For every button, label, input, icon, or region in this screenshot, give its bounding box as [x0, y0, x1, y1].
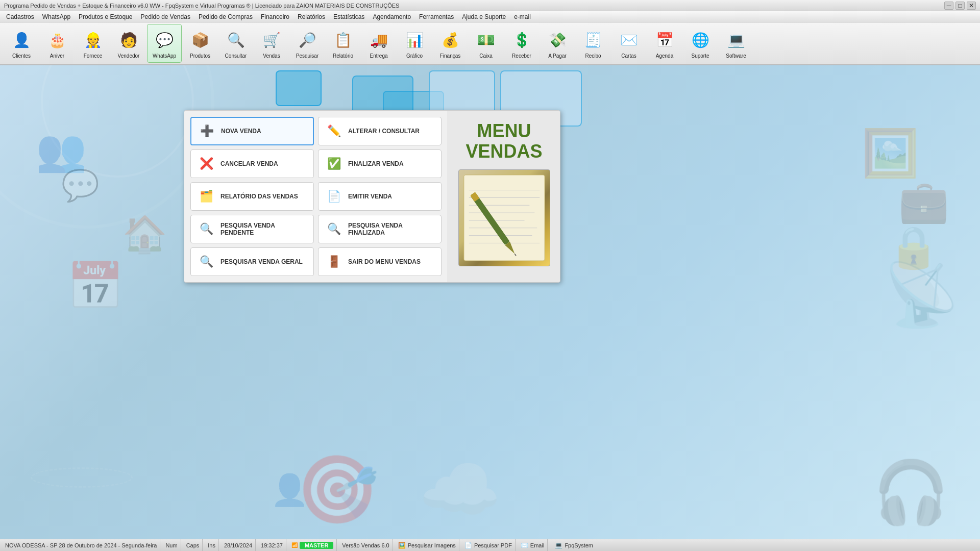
- toolbar-icon-consultar: 🔍: [224, 28, 248, 52]
- toolbar-label-recibo: Recibo: [585, 53, 601, 59]
- toolbar-icon-recibo: 🧾: [581, 28, 605, 52]
- toolbar-btn-fornece[interactable]: 👷Fornece: [76, 24, 110, 63]
- toolbar-btn-clientes[interactable]: 👤Clientes: [4, 24, 39, 63]
- toolbar-btn-suporte[interactable]: 🌐Suporte: [683, 24, 718, 63]
- close-button[interactable]: ✕: [967, 2, 976, 10]
- menu-btn-icon-relatorio-vendas: 🗂️: [197, 187, 215, 206]
- toolbar-btn-aniver[interactable]: 🎂Aniver: [40, 24, 75, 63]
- menu-btn-icon-pesquisa-finalizada: 🔍: [325, 220, 343, 238]
- toolbar-label-clientes: Clientes: [12, 53, 31, 59]
- toolbar-label-aniver: Aniver: [50, 53, 64, 59]
- menu-btn-emitir-venda[interactable]: 📄EMITIR VENDA: [318, 182, 442, 211]
- toolbar-icon-software: 💻: [724, 28, 748, 52]
- menu-btn-label-pesquisa-pendente: PESQUISA VENDA PENDENTE: [220, 222, 307, 236]
- menu-item-relatórios[interactable]: Relatórios: [293, 12, 329, 21]
- menu-item-agendamento[interactable]: Agendamento: [369, 12, 415, 21]
- toolbar-btn-cartas[interactable]: ✉️Cartas: [611, 24, 646, 63]
- toolbar-btn-vendedor[interactable]: 🧑Vendedor: [111, 24, 146, 63]
- menu-btn-finalizar-venda[interactable]: ✅FINALIZAR VENDA: [318, 149, 442, 178]
- menu-btn-nova-venda[interactable]: ➕NOVA VENDA: [190, 117, 314, 145]
- toolbar-label-produtos: Produtos: [190, 53, 210, 59]
- menu-vendas-title: MENU VENDAS: [465, 121, 542, 161]
- status-pesquisar-imagens[interactable]: 🖼️ Pesquisar Imagens: [395, 539, 459, 551]
- toolbar-btn-produtos[interactable]: 📦Produtos: [183, 24, 217, 63]
- toolbar-btn-recibo[interactable]: 🧾Recibo: [576, 24, 610, 63]
- toolbar-btn-agenda[interactable]: 📅Agenda: [647, 24, 682, 63]
- status-fpqsystem[interactable]: 💻 FpqSystem: [552, 539, 596, 551]
- menu-item-pedido-de-compras[interactable]: Pedido de Compras: [194, 12, 257, 21]
- toolbar-btn-finanças[interactable]: 💰Finanças: [433, 24, 468, 63]
- status-caps: Caps: [183, 539, 203, 551]
- toolbar-label-software: Software: [726, 53, 746, 59]
- toolbar-icon-fornece: 👷: [81, 28, 105, 52]
- menu-btn-icon-nova-venda: ➕: [198, 122, 216, 140]
- status-email[interactable]: ✉️ Email: [518, 539, 548, 551]
- menu-item-produtos-e-estoque[interactable]: Produtos e Estoque: [75, 12, 136, 21]
- menu-item-estatísticas[interactable]: Estatísticas: [329, 12, 369, 21]
- menu-btn-pesquisa-finalizada[interactable]: 🔍PESQUISA VENDA FINALIZADA: [318, 215, 442, 243]
- title-bar: Programa Pedido de Vendas + Estoque & Fi…: [0, 0, 980, 11]
- toolbar-btn-software[interactable]: 💻Software: [719, 24, 753, 63]
- menu-btn-cancelar-venda[interactable]: ❌CANCELAR VENDA: [190, 149, 314, 178]
- toolbar-btn-gráfico[interactable]: 📊Gráfico: [397, 24, 432, 63]
- menu-btn-relatorio-vendas[interactable]: 🗂️RELATÓRIO DAS VENDAS: [190, 182, 314, 211]
- status-num: Num: [162, 539, 181, 551]
- toolbar-icon-finanças: 💰: [438, 28, 462, 52]
- menu-btn-alterar-consultar[interactable]: ✏️ALTERAR / CONSULTAR: [318, 117, 442, 145]
- svg-rect-0: [463, 175, 544, 261]
- status-pesquisar-pdf[interactable]: 📄 Pesquisar PDF: [461, 539, 516, 551]
- menu-btn-label-alterar-consultar: ALTERAR / CONSULTAR: [348, 128, 420, 135]
- toolbar-btn-entrega[interactable]: 🚚Entrega: [361, 24, 396, 63]
- menu-btn-label-emitir-venda: EMITIR VENDA: [348, 193, 392, 200]
- menu-item-e-mail[interactable]: e-mail: [510, 12, 535, 21]
- toolbar-label-entrega: Entrega: [370, 53, 387, 59]
- toolbar-btn-caixa[interactable]: 💵Caixa: [469, 24, 503, 63]
- menu-item-pedido-de-vendas[interactable]: Pedido de Vendas: [136, 12, 194, 21]
- menu-btn-icon-pesquisar-geral: 🔍: [197, 253, 215, 271]
- window-controls: ─ □ ✕: [944, 2, 976, 10]
- toolbar-icon-agenda: 📅: [652, 28, 677, 52]
- toolbar-icon-clientes: 👤: [9, 28, 34, 52]
- menu-btn-icon-finalizar-venda: ✅: [325, 155, 343, 173]
- menu-item-ajuda-e-suporte[interactable]: Ajuda e Suporte: [458, 12, 510, 21]
- menu-btn-icon-cancelar-venda: ❌: [197, 155, 215, 173]
- toolbar-label-caixa: Caixa: [479, 53, 493, 59]
- toolbar-btn-vendas[interactable]: 🛒Vendas: [254, 24, 289, 63]
- minimize-button[interactable]: ─: [944, 2, 953, 10]
- toolbar-icon-gráfico: 📊: [402, 28, 427, 52]
- toolbar-btn-pesquisar[interactable]: 🔎Pesquisar: [290, 24, 325, 63]
- toolbar-icon-receber: 💲: [509, 28, 534, 52]
- menu-item-whatsapp[interactable]: WhatsApp: [38, 12, 75, 21]
- toolbar-btn-consultar[interactable]: 🔍Consultar: [218, 24, 253, 63]
- toolbar-btn-relatório[interactable]: 📋Relatório: [326, 24, 360, 63]
- toolbar-label-consultar: Consultar: [225, 53, 247, 59]
- app-title: Programa Pedido de Vendas + Estoque & Fi…: [4, 3, 944, 9]
- status-indicator: 📶 MASTER: [288, 539, 337, 551]
- toolbar-label-suporte: Suporte: [691, 53, 709, 59]
- toolbar-label-pesquisar: Pesquisar: [296, 53, 318, 59]
- menu-btn-sair[interactable]: 🚪SAIR DO MENU VENDAS: [318, 247, 442, 276]
- toolbar-label-cartas: Cartas: [621, 53, 636, 59]
- toolbar-btn-a pagar[interactable]: 💸A Pagar: [540, 24, 575, 63]
- menu-item-financeiro[interactable]: Financeiro: [257, 12, 293, 21]
- menu-bar: CadastrosWhatsAppProdutos e EstoquePedid…: [0, 11, 980, 22]
- toolbar-icon-whatsapp: 💬: [152, 28, 177, 52]
- toolbar-icon-vendedor: 🧑: [116, 28, 141, 52]
- toolbar-icon-vendas: 🛒: [259, 28, 284, 52]
- menu-btn-label-cancelar-venda: CANCELAR VENDA: [220, 160, 278, 167]
- menu-btn-label-relatorio-vendas: RELATÓRIO DAS VENDAS: [220, 193, 298, 200]
- menu-btn-icon-sair: 🚪: [325, 253, 343, 271]
- menu-btn-pesquisa-pendente[interactable]: 🔍PESQUISA VENDA PENDENTE: [190, 215, 314, 243]
- menu-item-cadastros[interactable]: Cadastros: [2, 12, 38, 21]
- toolbar-icon-suporte: 🌐: [688, 28, 713, 52]
- toolbar-btn-whatsapp[interactable]: 💬WhatsApp: [147, 24, 182, 63]
- menu-btn-icon-pesquisa-pendente: 🔍: [197, 220, 215, 238]
- menu-vendas-panel: ➕NOVA VENDA✏️ALTERAR / CONSULTAR❌CANCELA…: [184, 110, 560, 283]
- menu-item-ferramentas[interactable]: Ferramentas: [415, 12, 458, 21]
- toolbar-btn-receber[interactable]: 💲Receber: [504, 24, 539, 63]
- toolbar-label-whatsapp: WhatsApp: [153, 53, 176, 59]
- menu-btn-label-nova-venda: NOVA VENDA: [221, 128, 261, 135]
- toolbar-icon-aniver: 🎂: [45, 28, 69, 52]
- menu-btn-pesquisar-geral[interactable]: 🔍PESQUISAR VENDA GERAL: [190, 247, 314, 276]
- maximize-button[interactable]: □: [955, 2, 965, 10]
